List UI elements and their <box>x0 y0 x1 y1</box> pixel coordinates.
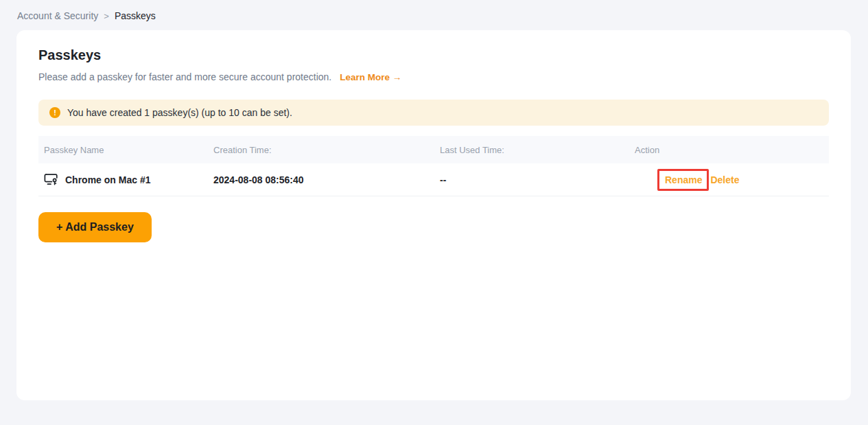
creation-time-value: 2024-08-08 08:56:40 <box>213 174 440 185</box>
breadcrumb-passkeys: Passkeys <box>115 10 156 21</box>
breadcrumb-account-security[interactable]: Account & Security <box>17 10 98 21</box>
passkeys-table: Passkey Name Creation Time: Last Used Ti… <box>38 136 829 196</box>
last-used-time-value: -- <box>440 174 635 185</box>
table-header-row: Passkey Name Creation Time: Last Used Ti… <box>38 136 829 163</box>
table-row: Chrome on Mac #1 2024-08-08 08:56:40 -- … <box>38 163 829 196</box>
add-passkey-button[interactable]: + Add Passkey <box>38 212 152 242</box>
passkeys-card: Passkeys Please add a passkey for faster… <box>16 30 851 400</box>
passkey-count-banner: ! You have created 1 passkey(s) (up to 1… <box>38 100 829 126</box>
page-description-text: Please add a passkey for faster and more… <box>38 71 331 82</box>
passkey-name-cell: Chrome on Mac #1 <box>38 173 213 186</box>
breadcrumb: Account & Security > Passkeys <box>0 0 868 21</box>
banner-text: You have created 1 passkey(s) (up to 10 … <box>67 107 292 118</box>
page-title: Passkeys <box>38 45 829 65</box>
rename-button[interactable]: Rename <box>665 174 702 185</box>
breadcrumb-separator-icon: > <box>104 11 109 21</box>
column-header-action: Action <box>635 145 829 155</box>
column-header-passkey-name: Passkey Name <box>38 145 213 155</box>
rename-annotation-box: Rename <box>657 169 709 191</box>
action-cell: Rename Delete <box>635 169 829 191</box>
column-header-creation-time: Creation Time: <box>213 145 440 155</box>
column-header-last-used-time: Last Used Time: <box>440 145 635 155</box>
passkey-device-icon <box>44 173 59 186</box>
passkey-name: Chrome on Mac #1 <box>65 174 150 185</box>
page-description: Please add a passkey for faster and more… <box>38 70 829 84</box>
exclamation-circle-icon: ! <box>49 107 60 118</box>
learn-more-link[interactable]: Learn More → <box>340 72 401 82</box>
delete-button[interactable]: Delete <box>710 174 739 185</box>
